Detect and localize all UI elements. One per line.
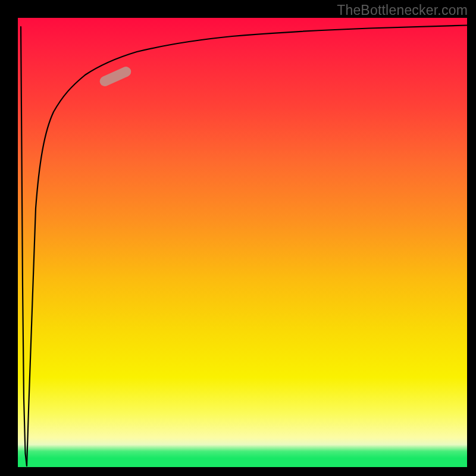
series-descending-spike bbox=[21, 27, 27, 466]
attribution-text: TheBottlenecker.com bbox=[337, 2, 468, 18]
curve-highlight-marker bbox=[98, 65, 133, 87]
chart-plot-area bbox=[18, 18, 467, 467]
curve-layer bbox=[18, 18, 467, 467]
chart-frame: TheBottlenecker.com bbox=[0, 0, 476, 476]
series-rising-saturation-curve bbox=[27, 26, 467, 466]
